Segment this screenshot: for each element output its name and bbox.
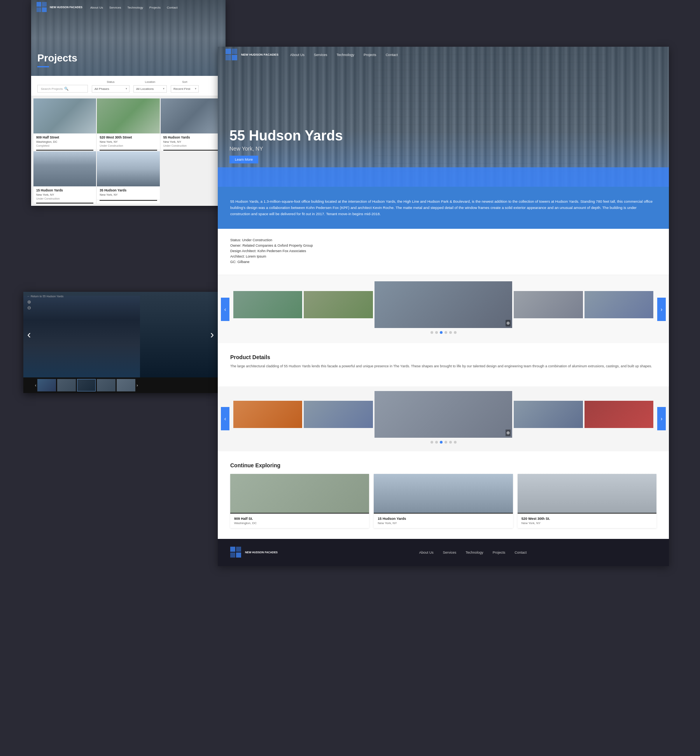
dot-5[interactable] <box>449 331 452 334</box>
project-card-15[interactable]: 15 Hudson Yards New York, NY Under Const… <box>33 151 96 203</box>
lightbox-back-link[interactable]: ← Return to 55 Hudson Yards <box>27 295 63 298</box>
dot-1[interactable] <box>430 331 433 334</box>
carousel-thumb-2[interactable] <box>304 291 373 318</box>
svg-rect-10 <box>230 547 235 552</box>
dot-2[interactable] <box>435 331 438 334</box>
product-zoom-icon[interactable]: ⊕ <box>506 430 511 436</box>
project-divider-35 <box>100 200 157 201</box>
footer-about[interactable]: About Us <box>419 551 434 554</box>
right-hero-subtitle: New York, NY <box>229 146 343 152</box>
project-card-520[interactable]: 520 West 30th Street New York, NY Under … <box>97 98 159 151</box>
product-thumb-main[interactable]: ⊕ <box>374 391 513 438</box>
lightbox-main-image: ‹ › <box>23 292 218 377</box>
left-nav-projects[interactable]: Projects <box>149 6 161 9</box>
product-thumb-2[interactable] <box>304 401 373 428</box>
product-dot-3[interactable] <box>440 441 443 444</box>
left-hero-title: Projects <box>37 52 77 64</box>
carousel-zoom-icon[interactable]: ⊕ <box>506 320 511 326</box>
right-nav-contact[interactable]: Contact <box>386 53 398 57</box>
project-divider-909 <box>36 150 93 151</box>
project-card-35[interactable]: 35 Hudson Yards New York, NY <box>97 151 159 203</box>
lightbox-thumb-5[interactable] <box>117 379 135 391</box>
svg-rect-11 <box>236 547 241 552</box>
lightbox-prev-button[interactable]: ‹ <box>27 328 31 341</box>
project-info-items: Status: Under Construction Owner: Relate… <box>230 238 313 265</box>
lightbox-thumb-1[interactable] <box>37 379 56 391</box>
footer-contact[interactable]: Contact <box>514 551 527 554</box>
lightbox-thumb-next[interactable]: › <box>136 383 138 388</box>
filter-bar: Search Projects 🔍 Status All Phases Comp… <box>31 76 226 96</box>
project-name-909: 909 Half Street <box>36 135 93 139</box>
right-logo-text: NEW HUDSON FACADES <box>241 53 278 57</box>
zoom-in-button[interactable]: ⊕ <box>27 300 31 304</box>
product-thumb-1[interactable] <box>233 401 302 428</box>
product-dot-5[interactable] <box>449 441 452 444</box>
dot-4[interactable] <box>444 331 447 334</box>
carousel-prev-button[interactable]: ‹ <box>221 298 229 321</box>
lightbox-thumb-2[interactable] <box>57 379 76 391</box>
project-divider-520 <box>100 150 157 151</box>
product-carousel-prev[interactable]: ‹ <box>221 407 229 430</box>
product-dot-4[interactable] <box>444 441 447 444</box>
right-nav-projects[interactable]: Projects <box>364 53 376 57</box>
zoom-out-button[interactable]: ⊖ <box>27 305 31 310</box>
project-card-909[interactable]: 909 Half Street Washington, DC Completed <box>33 98 96 151</box>
carousel-main-image[interactable]: ⊕ <box>374 281 513 328</box>
carousel-next-button[interactable]: › <box>657 298 666 321</box>
product-dot-6[interactable] <box>454 441 457 444</box>
left-nav-about[interactable]: About Us <box>90 6 103 9</box>
lightbox-thumb-4[interactable] <box>97 379 116 391</box>
footer-technology[interactable]: Technology <box>466 551 483 554</box>
left-nav-technology[interactable]: Technology <box>128 6 143 9</box>
product-carousel-section: ‹ ⊕ › <box>218 386 669 451</box>
search-box[interactable]: Search Projects 🔍 <box>37 85 88 93</box>
product-dot-2[interactable] <box>435 441 438 444</box>
left-nav-contact[interactable]: Contact <box>167 6 178 9</box>
project-card-img-15 <box>33 151 96 186</box>
lightbox-thumb-3[interactable] <box>77 379 96 391</box>
product-carousel-next[interactable]: › <box>657 407 666 430</box>
product-dot-1[interactable] <box>430 441 433 444</box>
left-nav-services[interactable]: Services <box>109 6 121 9</box>
lightbox-panel: ← Return to 55 Hudson Yards ⊕ ⊖ ‹ › ‹ › <box>23 292 218 393</box>
carousel-thumb-3[interactable] <box>514 291 583 318</box>
carousel-thumb-1[interactable] <box>233 291 302 318</box>
continue-card-909[interactable]: 909 Half St. Washington, DC <box>230 474 369 528</box>
right-nav-about[interactable]: About Us <box>290 53 304 57</box>
project-status-info: Status: Under Construction <box>230 238 313 242</box>
right-hero-button[interactable]: Learn More <box>229 156 258 163</box>
project-name-15: 15 Hudson Yards <box>36 188 93 192</box>
svg-rect-5 <box>373 47 607 187</box>
left-panel: NEW HUDSON FACADES About Us Services Tec… <box>31 0 226 206</box>
right-panel: NEW HUDSON FACADES About Us Services Tec… <box>218 47 669 566</box>
project-card-55[interactable]: 55 Hudson Yards New York, NY Under Const… <box>161 98 223 151</box>
dot-3[interactable] <box>440 331 443 334</box>
right-hero-content: 55 Hudson Yards New York, NY Learn More <box>229 128 343 163</box>
carousel-container: ⊕ <box>218 281 669 328</box>
product-thumb-3[interactable] <box>514 401 583 428</box>
footer-services[interactable]: Services <box>443 551 457 554</box>
status-select[interactable]: All Phases Completed Under Construction … <box>92 85 130 93</box>
product-carousel-inner: ⊕ <box>218 391 669 438</box>
lightbox-next-button[interactable]: › <box>210 328 214 341</box>
continue-card-name-15: 15 Hudson Yards <box>378 517 509 521</box>
project-name-35: 35 Hudson Yards <box>100 188 157 192</box>
carousel-thumb-4[interactable] <box>584 291 653 318</box>
left-hero-underline <box>37 66 49 67</box>
project-owner-info: Owner: Related Companies & Oxford Proper… <box>230 244 313 247</box>
dot-6[interactable] <box>454 331 457 334</box>
continue-card-520[interactable]: 520 West 30th St. New York, NY <box>518 474 656 528</box>
product-thumb-4[interactable] <box>584 401 653 428</box>
sort-select[interactable]: Recent First Oldest First A-Z <box>171 85 199 93</box>
continue-card-img-909 <box>230 474 369 513</box>
svg-rect-13 <box>236 553 241 558</box>
project-location-55: New York, NY <box>163 140 220 144</box>
svg-rect-8 <box>226 55 231 60</box>
location-select[interactable]: All Locations New York, NY Washington, D… <box>133 85 167 93</box>
footer-projects[interactable]: Projects <box>493 551 506 554</box>
right-nav-services[interactable]: Services <box>314 53 327 57</box>
lightbox-thumb-prev[interactable]: ‹ <box>35 383 36 388</box>
right-nav-technology[interactable]: Technology <box>337 53 355 57</box>
continue-card-15[interactable]: 15 Hudson Yards New York, NY <box>374 474 513 528</box>
left-logo-icon <box>37 2 47 13</box>
